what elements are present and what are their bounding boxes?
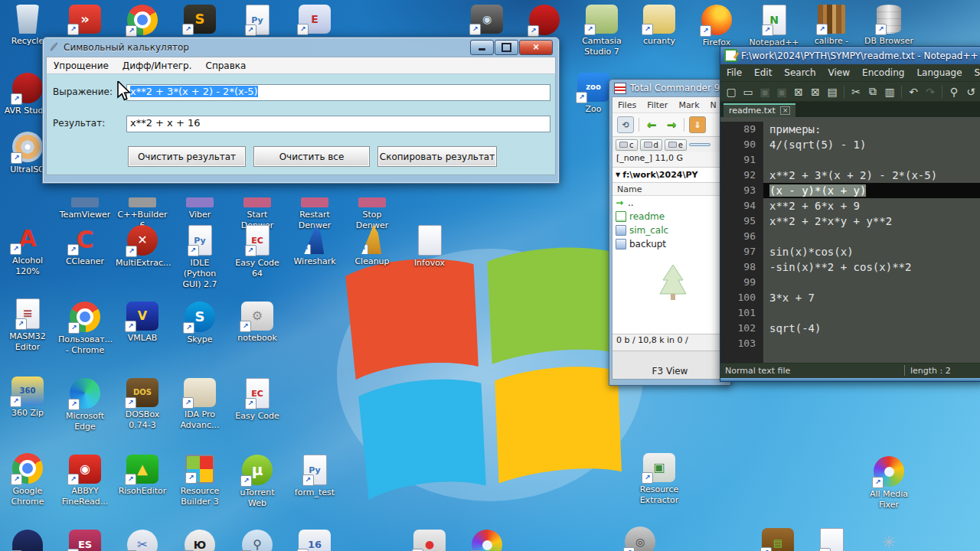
editor-line-100[interactable]: 1003*x + 7 [720,290,980,305]
text-editor[interactable]: 89примеры:904/(sqrt(5) - 1)9192x**2 + 3*… [720,117,980,363]
open-icon[interactable]: ▭ [740,86,756,98]
name-column-header[interactable]: Name [612,183,727,196]
undo-icon[interactable]: ↶ [906,86,921,98]
minimize-button[interactable] [470,40,494,55]
menu-files[interactable]: Files [612,99,642,112]
menu-упрощение[interactable]: Упрощение [47,59,116,73]
desktop-icon-start-denwer[interactable]: Start Denwer [230,178,284,231]
desktop-icon-uyu-app[interactable]: Ю↗ [173,530,227,551]
desktop-icon-abbyy-finereader[interactable]: ◉↗ABBYY FineRead... [58,455,112,507]
f3-view-button[interactable]: F3 View [652,366,688,377]
desktop-icon-chrome-shortcut[interactable]: ↗ [116,5,169,35]
desktop-icon-ccleaner[interactable]: C↗CCleaner [58,225,112,267]
menu-справка[interactable]: Справка [199,59,253,73]
editor-line-103[interactable]: 103 [720,336,980,351]
desktop-icon-viber[interactable]: Viber [173,178,227,220]
desktop-icon-easy-code[interactable]: EC↗Easy Code [230,378,284,422]
desktop-icon-calibre[interactable]: ↗calibre - [805,5,858,47]
desktop-icon-camtasia-studio[interactable]: ↗Camtasia Studio 7 [575,5,629,57]
desktop-icon-red-creature[interactable]: ↗ [518,5,571,35]
desktop-icon-python-doc[interactable]: Py↗ [230,5,284,35]
desktop-icon-vmlab[interactable]: V↗VMLAB [116,302,169,344]
desktop-icon-notepad-plus-plus[interactable]: N↗Notepad++ [747,5,801,48]
desktop-icon-es-app[interactable]: ES↗ [58,530,112,551]
desktop-icon-firefox[interactable]: ↗Firefox [690,5,743,48]
maximize-button[interactable] [495,40,518,55]
desktop-icon-curanty[interactable]: ↗curanty [632,5,686,47]
desktop-icon-restart-denwer[interactable]: Restart Denwer [288,178,341,231]
new-file-icon[interactable]: ▢ [724,86,739,98]
drive-button-partial[interactable] [689,143,710,146]
editor-line-97[interactable]: 97sin(x)*cos(x) [720,244,980,259]
menu-settings[interactable]: Settings [969,66,980,80]
desktop-icon-globe-16-app[interactable]: 16↗ [288,530,341,551]
menu-search[interactable]: Search [778,66,822,80]
desktop-icon-webcam-2[interactable]: ◎↗ [613,527,667,551]
desktop-icon-wireshark[interactable]: ↗Wireshark [288,225,341,267]
editor-line-98[interactable]: 98-sin(x)**2 + cos(x)**2 [720,259,980,275]
function-key-bar[interactable]: F3 View [612,350,727,379]
clear-all-button[interactable]: Очистить все [253,146,370,167]
close-button[interactable]: ✕ [519,40,553,55]
desktop-icon-multiextractor[interactable]: ✕↗MultiExtrac... [116,225,169,269]
expression-input[interactable]: x**2 + 3*(x + 2) - 2*(x-5) [126,84,550,101]
calculator-titlebar[interactable]: Символьный калькулятор ✕ [46,37,556,57]
desktop-icon-bottom-app-1[interactable]: ↗ [1,530,54,551]
print-icon[interactable]: ▤ [825,86,840,98]
desktop-icon-easy-code-64[interactable]: EC↗Easy Code 64 [230,225,284,279]
desktop-icon-alcohol-120[interactable]: A↗Alcohol 120% [1,224,54,277]
file-row-[interactable]: →.. [612,196,727,210]
desktop-icon-google-chrome[interactable]: ↗Google Chrome [1,453,54,507]
paste-icon[interactable]: ▥ [882,86,897,98]
desktop-icon-stop-denwer[interactable]: Stop Denwer [345,178,399,231]
drive-button-d[interactable]: d [640,139,662,151]
editor-line-92[interactable]: 92x**2 + 3*(x + 2) - 2*(x-5) [720,168,980,183]
path-bar[interactable]: ▼ f:\work\2024\PY [612,167,727,183]
desktop-icon-doc-app[interactable]: ↗ [805,528,858,551]
menu-mark[interactable]: Mark [673,99,704,112]
result-input[interactable]: x**2 + x + 16 [126,116,550,132]
clear-result-button[interactable]: Очистить результат [128,146,246,167]
file-list[interactable]: →..readmesim_calcbackupt [612,196,727,334]
total-commander-window[interactable]: Total Commander 9.0 FilesFilterMarkN ⟲ ←… [609,79,731,386]
editor-line-94[interactable]: 94x**2 + 6*x + 9 [720,198,980,214]
cut-icon[interactable]: ✂ [848,86,864,98]
desktop-icon-infovox[interactable]: Infovox [403,225,456,269]
search-icon[interactable]: ⚲ [946,86,962,98]
desktop-icon-cleanup[interactable]: ↗Cleanup [345,225,399,267]
editor-line-93[interactable]: 93(x - y)*(x + y) [720,183,980,198]
back-arrow-icon[interactable]: ← [644,117,659,132]
file-row-backupt[interactable]: backupt [612,237,727,251]
notepad-plus-plus-window[interactable]: F:\work\2024\PYTH\SYMPY\readme.txt - Not… [720,46,980,382]
desktop-icon-chest-app[interactable]: ▤↗ [751,528,805,551]
tab-close-icon[interactable]: × [780,106,791,115]
menu-file[interactable]: File [720,66,748,80]
editor-line-90[interactable]: 904/(sqrt(5) - 1) [720,137,980,152]
editor-line-95[interactable]: 95x**2 + 2*x*y + y**2 [720,214,980,229]
close-all-icon[interactable]: ⊠ [808,86,823,98]
menu-encoding[interactable]: Encoding [856,66,910,80]
folder-down-icon[interactable]: ⇓ [689,116,706,133]
desktop-icon-atom-app[interactable]: ✳ [862,528,916,551]
desktop-icon-notebook[interactable]: ⚙↗notebook [230,302,284,344]
desktop-icon-microsoft-edge[interactable]: ↗Microsoft Edge [58,378,112,432]
drive-button-e[interactable]: e [665,139,687,151]
file-row-readme[interactable]: readme [612,210,727,223]
desktop-icon-masm32-editor[interactable]: ≡↗MASM32 Editor [1,298,54,353]
desktop-icon-record-app[interactable]: ●↗ [403,530,456,551]
desktop-icon-360-zip[interactable]: 360↗360 Zip [1,377,54,419]
replace-icon[interactable]: ↺ [963,86,978,98]
editor-line-99[interactable]: 99 [720,275,980,290]
notepadpp-titlebar[interactable]: F:\work\2024\PYTH\SYMPY\readme.txt - Not… [720,47,980,64]
desktop-icon-all-media-fixer[interactable]: ↗All Media Fixer [862,456,916,510]
symbolic-calculator-window[interactable]: Символьный калькулятор ✕ УпрощениеДифф/И… [42,37,560,184]
tab-readme-txt[interactable]: readme.txt × [724,103,795,117]
editor-line-89[interactable]: 89примеры: [720,122,980,137]
desktop-icon-teamviewer[interactable]: TeamViewer [58,178,112,220]
editor-line-96[interactable]: 96 [720,229,980,244]
desktop-icon-resource-extractor[interactable]: ▣↗Resource Extractor [632,453,686,506]
editor-line-91[interactable]: 91 [720,152,980,168]
close-icon[interactable]: ⊠ [791,86,806,98]
desktop-icon-webcam[interactable]: ◉↗ [460,5,514,34]
desktop-icon-skype[interactable]: S↗Skype [173,302,227,345]
